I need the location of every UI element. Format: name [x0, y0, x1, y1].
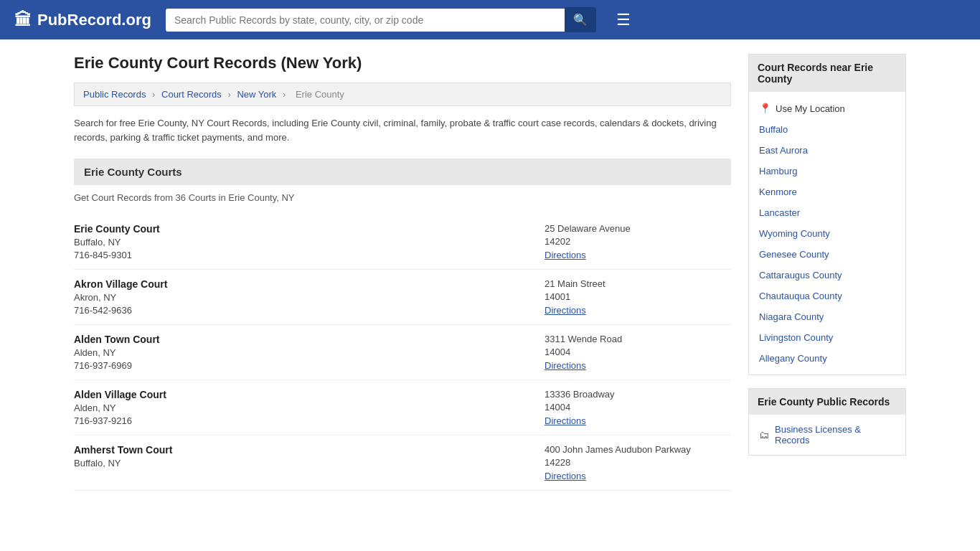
nearby-item-3[interactable]: Kenmore	[749, 182, 905, 202]
breadcrumb-sep-2: ›	[227, 89, 233, 100]
court-entry: Alden Town Court Alden, NY 716-937-6969 …	[74, 325, 731, 380]
court-entry: Alden Village Court Alden, NY 716-937-92…	[74, 380, 731, 435]
public-records-box-header: Erie County Public Records	[749, 389, 905, 415]
court-right-4: 400 John James Audubon Parkway 14228 Dir…	[545, 444, 731, 481]
court-name-2: Alden Town Court	[74, 334, 530, 345]
court-address-1: 21 Main Street	[545, 278, 731, 289]
court-left-0: Erie County Court Buffalo, NY 716-845-93…	[74, 223, 530, 260]
use-location-item[interactable]: 📍 Use My Location	[749, 98, 905, 119]
courts-section-subtext: Get Court Records from 36 Courts in Erie…	[74, 192, 731, 203]
court-left-2: Alden Town Court Alden, NY 716-937-6969	[74, 334, 530, 371]
nearby-item-5[interactable]: Wyoming County	[749, 223, 905, 244]
nearby-box-header: Court Records near Erie County	[749, 55, 905, 92]
courts-list: Erie County Court Buffalo, NY 716-845-93…	[74, 215, 731, 491]
nearby-box: Court Records near Erie County 📍 Use My …	[748, 54, 906, 375]
nearby-item-7[interactable]: Cattaraugus County	[749, 265, 905, 286]
courts-section-header: Erie County Courts	[74, 159, 731, 185]
court-name-0: Erie County Court	[74, 223, 530, 235]
directions-link-1[interactable]: Directions	[545, 305, 586, 316]
court-left-1: Akron Village Court Akron, NY 716-542-96…	[74, 278, 530, 316]
court-name-1: Akron Village Court	[74, 278, 530, 290]
court-zip-2: 14004	[545, 347, 731, 357]
court-zip-1: 14001	[545, 291, 731, 302]
court-entry: Amherst Town Court Buffalo, NY 400 John …	[74, 435, 731, 491]
court-city-4: Buffalo, NY	[74, 458, 530, 468]
court-left-4: Amherst Town Court Buffalo, NY	[74, 444, 530, 481]
court-phone-2: 716-937-6969	[74, 360, 530, 371]
court-right-2: 3311 Wende Road 14004 Directions	[545, 334, 731, 371]
court-phone-3: 716-937-9216	[74, 415, 530, 426]
nearby-item-9[interactable]: Niagara County	[749, 306, 905, 327]
nearby-box-list: 📍 Use My Location BuffaloEast AuroraHamb…	[749, 92, 905, 375]
main-container: Erie County Court Records (New York) Pub…	[60, 39, 920, 505]
court-city-3: Alden, NY	[74, 402, 530, 413]
public-records-box-list: 🗂Business Licenses & Records	[749, 415, 905, 455]
nearby-item-8[interactable]: Chautauqua County	[749, 286, 905, 306]
public-records-items-container: 🗂Business Licenses & Records	[749, 419, 905, 451]
logo-text: PubRecord.org	[37, 11, 151, 29]
use-location-label: Use My Location	[776, 103, 845, 114]
public-record-item-0[interactable]: 🗂Business Licenses & Records	[749, 419, 905, 451]
directions-link-2[interactable]: Directions	[545, 360, 586, 371]
breadcrumb-public-records[interactable]: Public Records	[83, 89, 146, 100]
court-zip-3: 14004	[545, 402, 731, 413]
directions-link-0[interactable]: Directions	[545, 250, 586, 260]
nearby-item-10[interactable]: Livingston County	[749, 327, 905, 348]
nearby-item-4[interactable]: Lancaster	[749, 202, 905, 223]
nearby-items-container: BuffaloEast AuroraHamburgKenmoreLancaste…	[749, 119, 905, 369]
court-address-3: 13336 Broadway	[545, 389, 731, 400]
court-address-2: 3311 Wende Road	[545, 334, 731, 344]
court-zip-0: 14202	[545, 236, 731, 247]
site-header: 🏛 PubRecord.org 🔍 ☰	[0, 0, 980, 39]
court-right-0: 25 Delaware Avenue 14202 Directions	[545, 223, 731, 260]
breadcrumb-current: Erie County	[296, 89, 344, 100]
location-pin-icon: 📍	[759, 103, 771, 114]
search-bar: 🔍	[166, 7, 596, 32]
nearby-item-0[interactable]: Buffalo	[749, 119, 905, 140]
court-address-0: 25 Delaware Avenue	[545, 223, 731, 234]
public-record-label-0: Business Licenses & Records	[775, 424, 895, 446]
search-button[interactable]: 🔍	[565, 7, 596, 32]
search-icon: 🔍	[573, 14, 588, 26]
nearby-item-6[interactable]: Genesee County	[749, 244, 905, 265]
nearby-item-1[interactable]: East Aurora	[749, 140, 905, 161]
menu-button[interactable]: ☰	[611, 8, 636, 32]
breadcrumb-court-records[interactable]: Court Records	[161, 89, 222, 100]
briefcase-icon: 🗂	[759, 429, 769, 441]
breadcrumb: Public Records › Court Records › New Yor…	[74, 83, 731, 106]
court-address-4: 400 John James Audubon Parkway	[545, 444, 731, 455]
court-right-3: 13336 Broadway 14004 Directions	[545, 389, 731, 426]
court-zip-4: 14228	[545, 457, 731, 468]
page-title: Erie County Court Records (New York)	[74, 54, 731, 72]
logo-icon: 🏛	[14, 10, 32, 30]
directions-link-3[interactable]: Directions	[545, 415, 586, 426]
page-description: Search for free Erie County, NY Court Re…	[74, 116, 731, 144]
sidebar: Court Records near Erie County 📍 Use My …	[748, 54, 906, 491]
hamburger-icon: ☰	[616, 11, 631, 29]
breadcrumb-new-york[interactable]: New York	[237, 89, 276, 100]
court-name-4: Amherst Town Court	[74, 444, 530, 456]
court-city-1: Akron, NY	[74, 292, 530, 303]
court-city-0: Buffalo, NY	[74, 237, 530, 248]
court-name-3: Alden Village Court	[74, 389, 530, 400]
nearby-item-11[interactable]: Allegany County	[749, 348, 905, 369]
directions-link-4[interactable]: Directions	[545, 471, 586, 481]
public-records-box: Erie County Public Records 🗂Business Lic…	[748, 388, 906, 456]
court-entry: Erie County Court Buffalo, NY 716-845-93…	[74, 215, 731, 270]
breadcrumb-sep-1: ›	[152, 89, 158, 100]
court-phone-0: 716-845-9301	[74, 250, 530, 260]
breadcrumb-sep-3: ›	[283, 89, 288, 100]
search-input[interactable]	[166, 9, 565, 32]
nearby-item-2[interactable]: Hamburg	[749, 161, 905, 182]
court-city-2: Alden, NY	[74, 347, 530, 358]
court-entry: Akron Village Court Akron, NY 716-542-96…	[74, 270, 731, 325]
court-right-1: 21 Main Street 14001 Directions	[545, 278, 731, 316]
content-area: Erie County Court Records (New York) Pub…	[74, 54, 731, 491]
logo[interactable]: 🏛 PubRecord.org	[14, 10, 151, 30]
court-left-3: Alden Village Court Alden, NY 716-937-92…	[74, 389, 530, 426]
court-phone-1: 716-542-9636	[74, 305, 530, 316]
